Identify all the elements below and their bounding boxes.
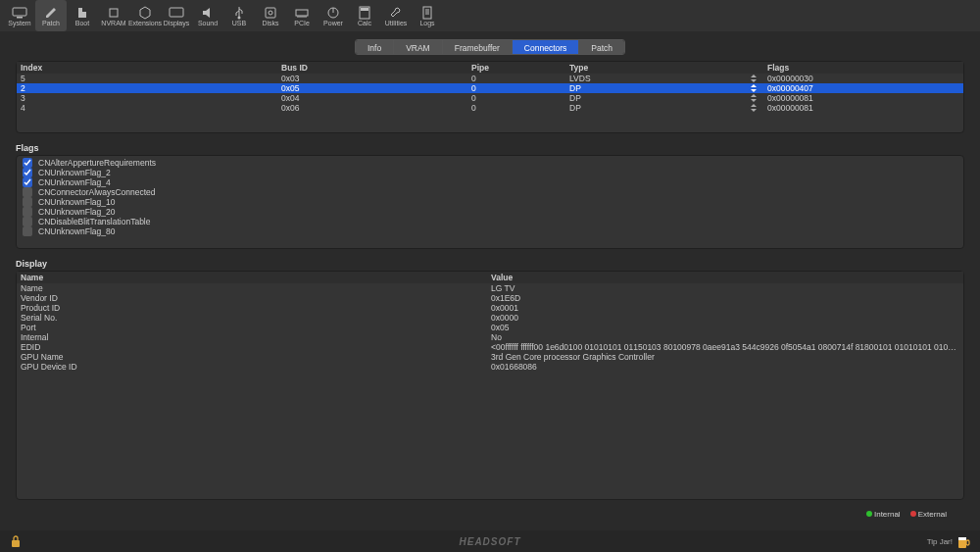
col-name[interactable]: Name	[17, 273, 491, 282]
wrench-icon	[386, 6, 406, 20]
cell-pipe: 0	[471, 93, 569, 103]
flag-label: CNDisableBlitTranslationTable	[38, 217, 150, 226]
cell-pipe: 0	[471, 83, 569, 93]
toolbar-power[interactable]: Power	[318, 0, 349, 31]
toolbar-sound[interactable]: Sound	[192, 0, 223, 31]
flag-row: CNUnknownFlag_10	[17, 197, 963, 207]
connectors-header: Index Bus ID Pipe Type Flags	[17, 62, 963, 74]
display-row[interactable]: GPU Device ID0x01668086	[17, 362, 963, 372]
svg-rect-10	[361, 8, 368, 11]
connector-row[interactable]: 30x040DP0x00000081	[17, 93, 963, 103]
col-value[interactable]: Value	[491, 273, 963, 282]
cell-type-dropdown[interactable]: DP	[569, 103, 762, 113]
col-flags[interactable]: Flags	[762, 63, 963, 73]
cell-flags: 0x00000081	[762, 93, 963, 103]
display-header: Name Value	[17, 272, 963, 283]
connector-row[interactable]: 50x030LVDS0x00000030	[17, 74, 963, 83]
boot-icon	[73, 6, 92, 20]
toolbar-utilities[interactable]: Utilities	[380, 0, 412, 31]
display-name: Port	[17, 323, 491, 332]
toolbar-system[interactable]: System	[4, 0, 35, 31]
display-body: NameLG TVVendor ID0x1E6DProduct ID0x0001…	[17, 283, 963, 372]
display-value: No	[491, 332, 963, 342]
flags-panel: CNAlterAppertureRequirementsCNUnknownFla…	[16, 155, 964, 249]
svg-rect-7	[296, 10, 308, 16]
col-pipe[interactable]: Pipe	[471, 63, 569, 73]
toolbar-nvram[interactable]: NVRAM	[98, 0, 129, 31]
display-value: 3rd Gen Core processor Graphics Controll…	[491, 352, 963, 362]
toolbar-logs[interactable]: Logs	[412, 0, 443, 31]
toolbar-disks[interactable]: Disks	[255, 0, 286, 31]
toolbar-pcie[interactable]: PCIe	[286, 0, 318, 31]
tab-vram[interactable]: VRAM	[394, 40, 443, 54]
toolbar-usb[interactable]: USB	[223, 0, 255, 31]
flag-label: CNAlterAppertureRequirements	[38, 158, 156, 168]
connectors-panel: Index Bus ID Pipe Type Flags 50x030LVDS0…	[16, 61, 964, 133]
pcie-icon	[292, 6, 312, 20]
display-value: LG TV	[491, 283, 963, 293]
flag-checkbox[interactable]	[23, 187, 32, 197]
dropdown-arrows-icon	[751, 93, 757, 103]
col-busid[interactable]: Bus ID	[281, 63, 471, 73]
toolbar-calc[interactable]: Calc	[349, 0, 380, 31]
connector-row[interactable]: 40x060DP0x00000081	[17, 103, 963, 113]
flag-row: CNConnectorAlwaysConnected	[17, 187, 963, 197]
brand-label: HEADSOFT	[0, 536, 980, 547]
toolbar-boot[interactable]: Boot	[67, 0, 98, 31]
flag-checkbox[interactable]	[23, 217, 32, 226]
dot-internal-icon	[866, 511, 872, 517]
display-row[interactable]: Serial No.0x0000	[17, 313, 963, 323]
cell-busid: 0x05	[281, 83, 471, 93]
cell-flags: 0x00000030	[762, 74, 963, 83]
flag-label: CNUnknownFlag_20	[38, 207, 115, 217]
cell-index: 5	[17, 74, 281, 83]
toolbar-displays[interactable]: Displays	[161, 0, 192, 31]
flag-label: CNUnknownFlag_4	[38, 177, 111, 187]
display-name: Internal	[17, 332, 491, 342]
display-name: Vendor ID	[17, 293, 491, 303]
display-title: Display	[16, 255, 964, 271]
flag-checkbox[interactable]	[23, 197, 32, 207]
flag-checkbox[interactable]	[23, 168, 32, 177]
cell-type-dropdown[interactable]: LVDS	[569, 74, 762, 83]
flags-title: Flags	[16, 139, 964, 155]
display-row[interactable]: GPU Name3rd Gen Core processor Graphics …	[17, 352, 963, 362]
display-name: Name	[17, 283, 491, 293]
col-type[interactable]: Type	[569, 63, 762, 73]
display-row[interactable]: Product ID0x0001	[17, 303, 963, 313]
display-row[interactable]: InternalNo	[17, 332, 963, 342]
cell-type-dropdown[interactable]: DP	[569, 93, 762, 103]
tab-info[interactable]: Info	[356, 40, 394, 54]
toolbar-extensions[interactable]: Extensions	[129, 0, 161, 31]
col-index[interactable]: Index	[17, 63, 281, 73]
tab-connectors[interactable]: Connectors	[513, 40, 579, 54]
connector-row[interactable]: 20x050DP0x00000407	[17, 83, 963, 93]
flag-checkbox[interactable]	[23, 207, 32, 217]
flag-checkbox[interactable]	[23, 177, 32, 187]
display-row[interactable]: Port0x05	[17, 323, 963, 332]
svg-rect-3	[170, 8, 183, 17]
calculator-icon	[355, 6, 374, 20]
cell-type-dropdown[interactable]: DP	[569, 83, 762, 93]
display-row[interactable]: Vendor ID0x1E6D	[17, 293, 963, 303]
tab-framebuffer[interactable]: Framebuffer	[443, 40, 513, 54]
flag-checkbox[interactable]	[23, 226, 32, 236]
display-row[interactable]: NameLG TV	[17, 283, 963, 293]
flag-checkbox[interactable]	[23, 158, 32, 168]
tab-patch[interactable]: Patch	[579, 40, 624, 54]
display-name: EDID	[17, 342, 491, 352]
flag-label: CNUnknownFlag_80	[38, 226, 115, 236]
svg-rect-5	[266, 8, 275, 18]
legend-external: External	[910, 510, 947, 519]
legend-internal: Internal	[866, 510, 901, 519]
flag-row: CNAlterAppertureRequirements	[17, 158, 963, 168]
dropdown-arrows-icon	[751, 74, 757, 83]
display-value: <00ffffff ffffff00 1e6d0100 01010101 011…	[491, 342, 963, 352]
toolbar-patch[interactable]: Patch	[35, 0, 67, 31]
dot-external-icon	[910, 511, 916, 517]
display-value: 0x1E6D	[491, 293, 963, 303]
main-content: Info VRAM Framebuffer Connectors Patch I…	[0, 31, 980, 525]
display-value: 0x01668086	[491, 362, 963, 372]
display-row[interactable]: EDID<00ffffff ffffff00 1e6d0100 01010101…	[17, 342, 963, 352]
cell-busid: 0x04	[281, 93, 471, 103]
